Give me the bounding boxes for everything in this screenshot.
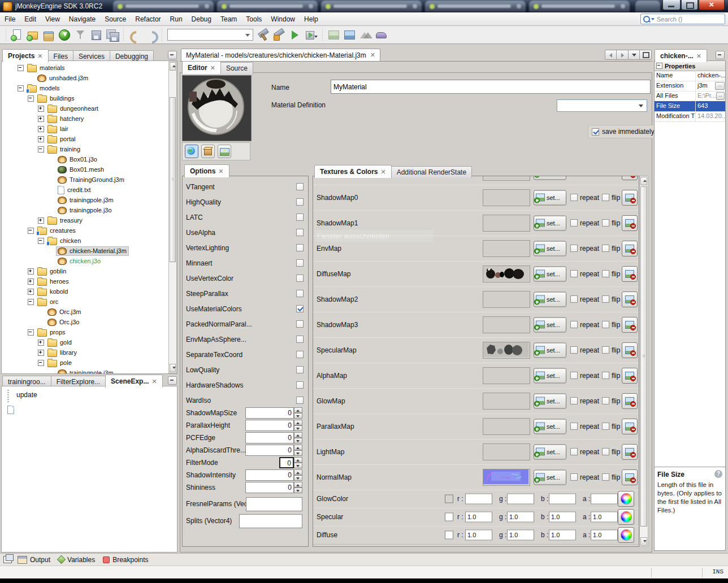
- menu-debug[interactable]: Debug: [187, 13, 216, 25]
- toolbar-grip[interactable]: [7, 390, 9, 402]
- remove-texture-button[interactable]: [622, 419, 638, 434]
- remove-texture-button[interactable]: [622, 215, 638, 231]
- tree-item[interactable]: hatchery: [2, 114, 85, 124]
- versioning-icon[interactable]: [73, 28, 88, 42]
- undo-icon[interactable]: [127, 28, 142, 42]
- repeat-checkbox[interactable]: [570, 219, 578, 227]
- tree-item[interactable]: training: [2, 144, 82, 154]
- spinner-buttons[interactable]: [294, 482, 302, 493]
- option-checkbox[interactable]: [296, 214, 304, 221]
- flip-checkbox[interactable]: [602, 372, 609, 379]
- minimize-panel-button[interactable]: [168, 51, 177, 59]
- new-project-icon[interactable]: [25, 28, 40, 42]
- spin-up-icon[interactable]: [294, 445, 302, 450]
- close-icon[interactable]: ✕: [380, 166, 385, 178]
- flip-checkbox[interactable]: [602, 270, 609, 277]
- save-all-icon[interactable]: [105, 28, 119, 42]
- set-texture-button[interactable]: set...: [534, 292, 566, 307]
- ellipsis-button[interactable]: ...: [716, 92, 725, 100]
- option-checkbox[interactable]: [296, 229, 304, 236]
- set-texture-button[interactable]: set...: [534, 469, 566, 485]
- repeat-checkbox[interactable]: [570, 448, 578, 455]
- expander-icon[interactable]: [18, 65, 24, 71]
- spinner-buttons[interactable]: [294, 432, 302, 443]
- build-project-icon[interactable]: [256, 28, 271, 42]
- scrollbar-thumb[interactable]: [170, 97, 176, 262]
- repeat-checkbox[interactable]: [570, 194, 578, 201]
- menu-run[interactable]: Run: [166, 13, 187, 25]
- preview-quad-button[interactable]: [218, 145, 231, 158]
- ellipsis-button[interactable]: ...: [715, 82, 725, 90]
- remove-texture-button[interactable]: [622, 444, 638, 460]
- color-component-input[interactable]: 1.0: [507, 512, 534, 523]
- color-component-input[interactable]: 1.0: [591, 512, 618, 523]
- debug-project-icon[interactable]: [304, 28, 318, 42]
- texture-thumbnail[interactable]: [483, 342, 530, 359]
- set-texture-button[interactable]: set...: [534, 368, 566, 383]
- tree-item[interactable]: gold: [2, 337, 73, 347]
- set-texture-button[interactable]: set...: [534, 419, 566, 434]
- expander-icon[interactable]: [38, 126, 44, 132]
- spin-up-icon[interactable]: [294, 420, 302, 425]
- spin-down-icon[interactable]: [294, 413, 302, 419]
- minimize-window-button[interactable]: [662, 0, 681, 10]
- tree-item[interactable]: pole: [2, 358, 73, 368]
- tree-item[interactable]: trainingpole.j3o: [2, 205, 114, 215]
- color-swatch[interactable]: [445, 531, 453, 540]
- tab-projects[interactable]: Projects✕: [2, 49, 49, 62]
- color-component-input[interactable]: [549, 494, 576, 504]
- clean-build-icon[interactable]: [272, 28, 287, 42]
- flip-checkbox[interactable]: [602, 295, 609, 303]
- texture-thumbnail[interactable]: [483, 266, 530, 282]
- expander-icon[interactable]: [38, 106, 44, 112]
- run-project-icon[interactable]: [288, 28, 302, 42]
- color-component-input[interactable]: 1.0: [549, 512, 576, 523]
- remove-texture-button[interactable]: [622, 176, 638, 180]
- flip-checkbox[interactable]: [602, 473, 609, 481]
- spinner-input[interactable]: 0: [245, 420, 294, 431]
- color-swatch[interactable]: [445, 495, 453, 503]
- remove-texture-button[interactable]: [622, 469, 638, 485]
- property-row[interactable]: Namechicken-...: [655, 71, 725, 81]
- option-checkbox[interactable]: [296, 351, 304, 358]
- tree-item[interactable]: trainingpole.j3m: [2, 195, 115, 205]
- option-checkbox[interactable]: [296, 275, 304, 282]
- tree-item[interactable]: portal: [2, 134, 77, 144]
- repeat-checkbox[interactable]: [570, 321, 578, 328]
- scroll-down-icon[interactable]: [640, 537, 647, 546]
- spinner-input[interactable]: 0: [245, 407, 294, 419]
- document-list-button[interactable]: [628, 50, 640, 60]
- flip-checkbox[interactable]: [602, 194, 609, 201]
- property-row[interactable]: File Size643: [655, 101, 725, 112]
- new-file-icon[interactable]: [10, 28, 24, 42]
- menu-team[interactable]: Team: [216, 13, 241, 25]
- set-texture-button[interactable]: set...: [534, 444, 566, 459]
- update-button[interactable]: update: [16, 391, 37, 399]
- close-window-button[interactable]: [699, 0, 725, 10]
- option-checkbox[interactable]: [296, 366, 304, 373]
- set-texture-button[interactable]: set...: [534, 190, 566, 205]
- color-component-input[interactable]: [507, 494, 534, 504]
- spinner-buttons[interactable]: [294, 407, 302, 419]
- tree-item[interactable]: dungeonheart: [2, 103, 100, 114]
- color-component-input[interactable]: 1.0: [591, 530, 618, 541]
- spin-down-icon[interactable]: [294, 450, 302, 456]
- set-texture-button[interactable]: set...: [534, 215, 566, 230]
- save-immediately-checkbox[interactable]: [592, 128, 599, 136]
- remove-texture-button[interactable]: [622, 393, 638, 409]
- spin-down-icon[interactable]: [294, 438, 302, 443]
- spin-up-icon[interactable]: [294, 469, 302, 475]
- material-definition-dropdown[interactable]: [557, 99, 647, 112]
- menu-refactor[interactable]: Refactor: [131, 13, 165, 25]
- update-center-icon[interactable]: [57, 28, 72, 42]
- close-icon[interactable]: ✕: [218, 165, 223, 177]
- tree-item[interactable]: lair: [2, 124, 70, 134]
- tree-item[interactable]: Orc.j3m: [2, 307, 83, 317]
- option-checkbox[interactable]: [296, 183, 304, 190]
- tree-scrollbar[interactable]: [168, 61, 177, 373]
- document-tab[interactable]: MyMaterial - models/creatures/chicken/ch…: [181, 49, 380, 61]
- scene-image-icon[interactable]: [326, 28, 341, 42]
- color-component-input[interactable]: 1.0: [465, 512, 492, 523]
- repeat-checkbox[interactable]: [570, 270, 578, 277]
- tree-item[interactable]: Box01.mesh: [2, 164, 106, 175]
